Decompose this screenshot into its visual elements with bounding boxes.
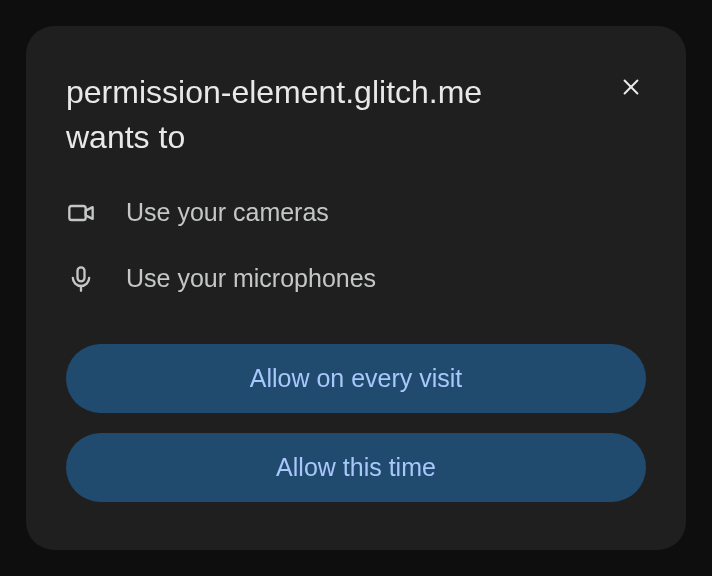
svg-rect-3 [78,267,85,281]
permission-label: Use your cameras [126,198,329,227]
permission-item-camera: Use your cameras [66,198,646,228]
close-icon [620,76,642,101]
dialog-title: permission-element.glitch.me wants to [66,70,600,160]
dialog-origin: permission-element.glitch.me [66,70,600,115]
dialog-title-suffix: wants to [66,115,600,160]
microphone-icon [66,264,96,294]
allow-once-button[interactable]: Allow this time [66,433,646,502]
permission-item-microphone: Use your microphones [66,264,646,294]
dialog-header: permission-element.glitch.me wants to [66,70,646,160]
close-button[interactable] [616,72,646,105]
dialog-buttons: Allow on every visit Allow this time [66,344,646,502]
allow-always-button[interactable]: Allow on every visit [66,344,646,413]
camera-icon [66,198,96,228]
svg-rect-2 [69,206,85,220]
permission-label: Use your microphones [126,264,376,293]
permission-dialog: permission-element.glitch.me wants to Us… [26,26,686,550]
permissions-list: Use your cameras Use your microphones [66,198,646,294]
